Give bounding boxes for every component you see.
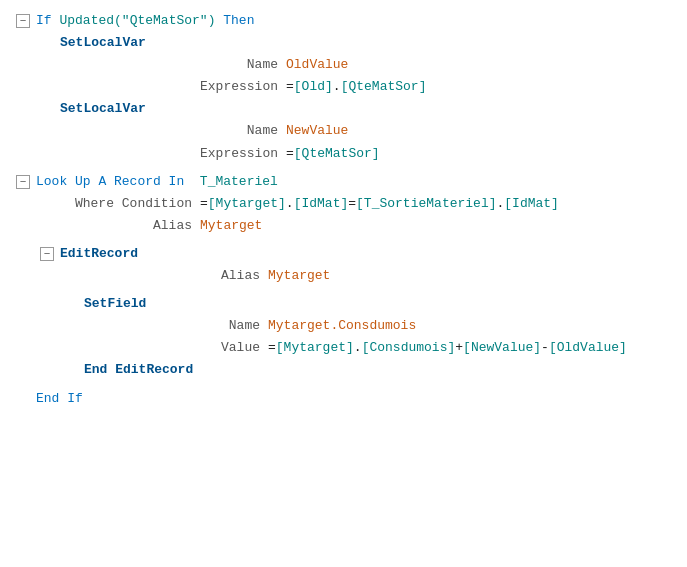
expression-new-line: Expression = [QteMatSor] bbox=[16, 143, 671, 165]
alias-mytarget-lookup: Mytarget bbox=[200, 215, 262, 237]
setfield-line: SetField bbox=[16, 293, 671, 315]
end-if-keyword: End If bbox=[36, 388, 83, 410]
alias-editrecord-line: Alias Mytarget bbox=[16, 265, 671, 287]
expression-old-line: Expression = [Old] . [QteMatSor] bbox=[16, 76, 671, 98]
mytarget-bracket-where: [Mytarget] bbox=[208, 193, 286, 215]
then-keyword: Then bbox=[223, 10, 254, 32]
name-oldvalue-line: Name OldValue bbox=[16, 54, 671, 76]
setfield-name-line: Name Mytarget.Consdumois bbox=[16, 315, 671, 337]
if-line: − If Updated("QteMatSor") Then bbox=[16, 10, 671, 32]
alias-label-editrecord: Alias bbox=[208, 265, 268, 287]
where-label: Where Condition bbox=[40, 193, 200, 215]
name-label-2: Name bbox=[196, 120, 286, 142]
mytarget-bracket-val: [Mytarget] bbox=[276, 337, 354, 359]
qtematsor-bracket-1: [QteMatSor] bbox=[341, 76, 427, 98]
oldvalue-value: OldValue bbox=[286, 54, 348, 76]
if-keyword: If bbox=[36, 10, 52, 32]
setfield-name-value: Mytarget.Consdumois bbox=[268, 315, 416, 337]
end-editrecord-line: End EditRecord bbox=[16, 359, 671, 381]
if-condition: Updated("QteMatSor") bbox=[59, 10, 215, 32]
setfield-keyword: SetField bbox=[84, 293, 146, 315]
expression-label-1: Expression bbox=[160, 76, 286, 98]
tsortiemateriel-bracket: [T_SortieMateriel] bbox=[356, 193, 496, 215]
collapse-lookup-icon[interactable]: − bbox=[16, 175, 30, 189]
setlocalvar-2-line: SetLocalVar bbox=[16, 98, 671, 120]
setfield-value-line: Value = [Mytarget] . [Consdumois] + [New… bbox=[16, 337, 671, 359]
code-block: − If Updated("QteMatSor") Then SetLocalV… bbox=[16, 10, 671, 410]
qtematsor-bracket-2: [QteMatSor] bbox=[294, 143, 380, 165]
collapse-if-icon[interactable]: − bbox=[16, 14, 30, 28]
newvalue-bracket: [NewValue] bbox=[463, 337, 541, 359]
end-if-line: End If bbox=[16, 388, 671, 410]
lookup-line: − Look Up A Record In T_Materiel bbox=[16, 171, 671, 193]
end-editrecord-keyword: End EditRecord bbox=[84, 359, 193, 381]
oldvalue-bracket: [OldValue] bbox=[549, 337, 627, 359]
collapse-editrecord-icon[interactable]: − bbox=[40, 247, 54, 261]
expression-label-2: Expression bbox=[160, 143, 286, 165]
newvalue-value: NewValue bbox=[286, 120, 348, 142]
alias-label-lookup: Alias bbox=[40, 215, 200, 237]
name-newvalue-line: Name NewValue bbox=[16, 120, 671, 142]
editrecord-keyword: EditRecord bbox=[60, 243, 138, 265]
consdumois-bracket: [Consdumois] bbox=[362, 337, 456, 359]
name-label-1: Name bbox=[196, 54, 286, 76]
where-condition-line: Where Condition = [Mytarget] . [IdMat] =… bbox=[16, 193, 671, 215]
lookup-keyword: Look Up A Record In bbox=[36, 171, 184, 193]
editrecord-line: − EditRecord bbox=[16, 243, 671, 265]
lookup-table: T_Materiel bbox=[200, 171, 278, 193]
alias-lookup-line: Alias Mytarget bbox=[16, 215, 671, 237]
setfield-value-label: Value bbox=[208, 337, 268, 359]
idmat-bracket-1: [IdMat] bbox=[294, 193, 349, 215]
setlocalvar-1-keyword: SetLocalVar bbox=[60, 32, 146, 54]
old-bracket: [Old] bbox=[294, 76, 333, 98]
setlocalvar-1-line: SetLocalVar bbox=[16, 32, 671, 54]
alias-mytarget-editrecord: Mytarget bbox=[268, 265, 330, 287]
setfield-name-label: Name bbox=[208, 315, 268, 337]
idmat-bracket-2: [IdMat] bbox=[504, 193, 559, 215]
setlocalvar-2-keyword: SetLocalVar bbox=[60, 98, 146, 120]
